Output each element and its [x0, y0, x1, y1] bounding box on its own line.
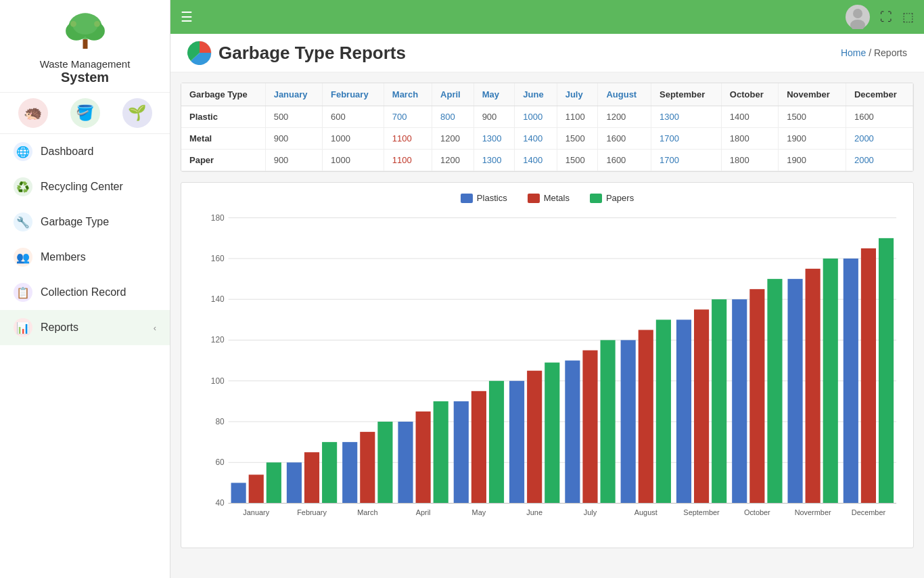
col-header-oct: October	[721, 83, 778, 106]
collection-icon: 📋	[14, 283, 32, 302]
svg-rect-55	[621, 340, 636, 504]
sidebar-item-collection[interactable]: 📋 Collection Record	[0, 275, 170, 310]
col-header-jun: June	[515, 83, 557, 106]
table-header-row: Garbage Type January February March Apri…	[181, 83, 913, 106]
svg-rect-69	[823, 259, 838, 504]
svg-rect-64	[749, 289, 764, 503]
legend-metals: Metals	[528, 193, 570, 203]
plastic-apr: 800	[432, 106, 474, 128]
plastic-mar: 700	[384, 106, 432, 128]
svg-text:May: May	[472, 508, 486, 516]
legend-papers-color	[590, 194, 602, 203]
sidebar-nav: 🌐 Dashboard ♻️ Recycling Center 🔧 Garbag…	[0, 134, 170, 345]
plastic-dec: 1600	[846, 106, 913, 128]
col-header-type: Garbage Type	[181, 83, 265, 106]
svg-rect-40	[416, 412, 431, 504]
breadcrumb-home[interactable]: Home	[841, 47, 866, 58]
logo-title: Waste Management	[7, 58, 163, 70]
table-row: Metal 900 1000 1100 1200 1300 1400 1500 …	[181, 128, 913, 150]
sidebar-item-garbage-type[interactable]: 🔧 Garbage Type	[0, 204, 170, 240]
svg-rect-71	[844, 259, 858, 504]
type-plastic: Plastic	[181, 106, 265, 128]
nav-icon-3[interactable]: 🌱	[122, 98, 152, 128]
svg-rect-41	[434, 401, 448, 504]
metal-dec: 2000	[846, 128, 913, 150]
table-row: Plastic 500 600 700 800 900 1000 1100 12…	[181, 106, 913, 128]
svg-rect-59	[676, 319, 691, 503]
svg-text:Novermber: Novermber	[795, 508, 831, 516]
svg-rect-65	[767, 279, 782, 503]
sidebar-item-dashboard[interactable]: 🌐 Dashboard	[0, 134, 170, 169]
svg-text:June: June	[526, 508, 542, 516]
svg-rect-43	[454, 401, 469, 504]
paper-may: 1300	[473, 150, 515, 171]
col-header-may: May	[473, 83, 515, 106]
sidebar-item-reports[interactable]: 📊 Reports ‹	[0, 310, 170, 345]
logo-tree-icon	[62, 12, 109, 53]
svg-rect-68	[806, 269, 821, 503]
paper-sep: 1700	[651, 150, 722, 171]
svg-text:March: March	[357, 508, 377, 516]
legend-plastics-label: Plastics	[477, 193, 507, 203]
svg-rect-45	[489, 381, 504, 504]
reports-icon: 📊	[14, 318, 32, 337]
logout-icon[interactable]: ⬚	[902, 9, 914, 24]
page-title-icon	[187, 41, 212, 65]
metal-aug: 1600	[598, 128, 651, 150]
svg-rect-31	[287, 462, 302, 503]
metal-sep: 1700	[651, 128, 722, 150]
logo-area: Waste Management System	[0, 0, 170, 93]
metal-oct: 1800	[721, 128, 778, 150]
svg-rect-53	[601, 340, 616, 504]
svg-text:August: August	[634, 508, 657, 516]
page-title: Garbage Type Reports	[218, 43, 406, 64]
legend-papers-label: Papers	[606, 193, 634, 203]
svg-rect-49	[545, 363, 559, 504]
svg-text:140: 140	[211, 294, 225, 304]
sidebar: Waste Management System 🦔 🪣 🌱 🌐 Dashboar…	[0, 0, 170, 578]
svg-rect-63	[732, 299, 747, 503]
expand-icon[interactable]: ⛶	[880, 10, 892, 24]
user-avatar-icon[interactable]	[846, 5, 870, 29]
plastic-jan: 500	[265, 106, 322, 128]
metal-may: 1300	[473, 128, 515, 150]
type-metal: Metal	[181, 128, 265, 150]
svg-rect-47	[509, 381, 524, 504]
plastic-may: 900	[473, 106, 515, 128]
members-icon: 👥	[14, 248, 32, 267]
svg-text:160: 160	[211, 254, 225, 263]
col-header-feb: February	[322, 83, 384, 106]
svg-text:January: January	[243, 508, 269, 516]
legend-metals-color	[528, 194, 540, 203]
svg-rect-35	[342, 442, 357, 503]
bar-chart-svg: 406080100120140160180JanuaryFebruaryMarc…	[191, 210, 903, 535]
col-header-jul: July	[557, 83, 598, 106]
sidebar-item-recycling[interactable]: ♻️ Recycling Center	[0, 169, 170, 204]
metal-feb: 1000	[322, 128, 384, 150]
breadcrumb-separator: /	[869, 47, 871, 58]
metal-apr: 1200	[432, 128, 474, 150]
type-paper: Paper	[181, 150, 265, 171]
legend-papers: Papers	[590, 193, 634, 203]
hamburger-icon[interactable]: ☰	[181, 9, 193, 25]
sidebar-item-members[interactable]: 👥 Members	[0, 240, 170, 275]
paper-oct: 1800	[721, 150, 778, 171]
svg-rect-33	[322, 442, 337, 503]
paper-jul: 1500	[557, 150, 598, 171]
svg-rect-28	[249, 474, 264, 503]
svg-text:December: December	[852, 508, 886, 516]
svg-rect-36	[360, 432, 375, 503]
nav-icon-1[interactable]: 🦔	[18, 98, 48, 128]
plastic-oct: 1400	[721, 106, 778, 128]
svg-rect-39	[398, 422, 413, 504]
metal-jun: 1400	[515, 128, 557, 150]
plastic-jul: 1100	[557, 106, 598, 128]
svg-rect-48	[527, 371, 542, 504]
paper-apr: 1200	[432, 150, 474, 171]
paper-mar: 1100	[384, 150, 432, 171]
svg-point-8	[853, 9, 862, 18]
svg-rect-37	[377, 422, 392, 504]
dashboard-icon: 🌐	[14, 142, 32, 161]
svg-rect-73	[879, 238, 894, 504]
nav-icon-2[interactable]: 🪣	[70, 98, 100, 128]
